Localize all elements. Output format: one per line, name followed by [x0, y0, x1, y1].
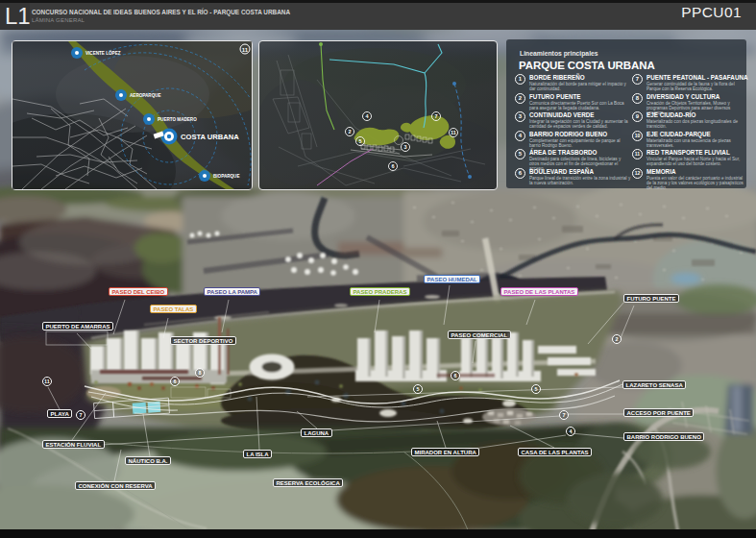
svg-text:VICENTE LÓPEZ: VICENTE LÓPEZ: [85, 49, 121, 56]
svg-text:BIOPARQUE: BIOPARQUE: [213, 174, 239, 179]
svg-text:6: 6: [391, 163, 394, 169]
svg-text:COSTA URBANA: COSTA URBANA: [181, 133, 239, 141]
svg-text:AEROPARQUE: AEROPARQUE: [130, 93, 161, 98]
svg-text:PUERTO MADERO: PUERTO MADERO: [158, 117, 197, 122]
svg-text:5: 5: [358, 138, 361, 144]
svg-text:3: 3: [403, 144, 406, 150]
svg-text:7: 7: [434, 113, 437, 119]
svg-text:2: 2: [348, 129, 351, 134]
svg-text:11: 11: [451, 130, 456, 135]
svg-text:11: 11: [242, 47, 249, 53]
